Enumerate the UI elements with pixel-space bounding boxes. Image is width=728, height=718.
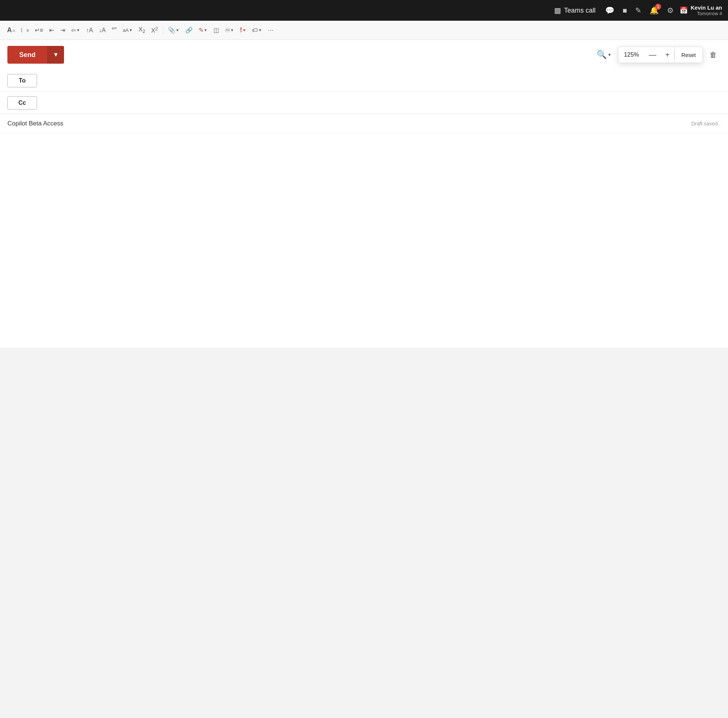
zoom-minus-button[interactable]: — xyxy=(644,47,661,63)
attach-btn[interactable]: 📎 ▼ xyxy=(165,24,182,37)
zoom-caret: ▼ xyxy=(607,52,612,57)
zoom-minus-icon: — xyxy=(649,51,656,59)
numbered-list-icon: ↵≡ xyxy=(35,27,43,34)
chat-icon-button[interactable]: 💬 xyxy=(603,4,617,17)
zoom-reset-button[interactable]: Reset xyxy=(674,47,702,63)
teams-call-button[interactable]: ▩ Teams call xyxy=(551,5,599,16)
table-icon: ◫ xyxy=(213,27,219,34)
word-icon: ■ xyxy=(622,6,627,15)
sort-asc-icon: ↑A xyxy=(86,27,93,34)
subscript-icon: X2 xyxy=(139,26,145,34)
zoom-popup: 125% — + Reset xyxy=(618,47,703,63)
cc-field-row: Cc xyxy=(0,92,728,114)
align-btn[interactable]: ⇦ ▼ xyxy=(69,24,83,37)
subject-row: Copilot Beta Access Draft saved . xyxy=(0,114,728,133)
trash-icon: 🗑 xyxy=(710,51,717,59)
zoom-plus-icon: + xyxy=(665,51,670,59)
whiteboard-icon: ✎ xyxy=(635,6,641,15)
user-info[interactable]: 📅 Kevin Lu an Tomorrow 4 xyxy=(679,5,722,16)
to-input[interactable] xyxy=(43,77,720,84)
highlight-icon: ✎ xyxy=(199,27,203,34)
align-icon: ⇦ xyxy=(71,27,76,34)
gear-icon: ⚙ xyxy=(667,6,674,15)
highlight-caret: ▼ xyxy=(204,28,208,32)
to-field-row: To xyxy=(0,70,728,92)
align-caret: ▼ xyxy=(76,28,80,32)
importance-btn[interactable]: ! ▼ xyxy=(237,24,249,37)
word-icon-button[interactable]: ■ xyxy=(620,4,629,17)
compose-body[interactable] xyxy=(0,133,728,348)
loop-icon: ♾ xyxy=(225,27,230,34)
to-label: To xyxy=(8,74,37,87)
send-bar: Send ▼ 🔍 ▼ 125% — + Reset xyxy=(0,40,728,70)
toolbar-divider-1 xyxy=(163,26,163,35)
tags-icon: 🏷 xyxy=(252,27,258,34)
formatting-toolbar: Aa ⁞​ ≡ ↵≡ ⇤ ⇥ ⇦ ▼ ↑A ↓A “” aA ▼ X2 X2 📎… xyxy=(0,21,728,40)
teams-call-label: Teams call xyxy=(564,7,596,14)
delete-button[interactable]: 🗑 xyxy=(706,49,720,61)
quote-btn[interactable]: “” xyxy=(109,24,119,37)
format-styles-btn[interactable]: Aa xyxy=(5,24,17,37)
zoom-button[interactable]: 🔍 ▼ xyxy=(593,48,615,62)
top-bar: ▩ Teams call 💬 ■ ✎ 🔔 1 ⚙ 📅 Kevin Lu an xyxy=(0,0,728,21)
table-btn[interactable]: ◫ xyxy=(211,24,222,37)
importance-caret: ▼ xyxy=(242,28,246,32)
highlight-btn[interactable]: ✎ ▼ xyxy=(196,24,210,37)
sort-desc-btn[interactable]: ↓A xyxy=(96,24,109,37)
decrease-indent-btn[interactable]: ⇤ xyxy=(46,24,57,37)
user-name: Kevin Lu an xyxy=(691,5,722,11)
quote-icon: “” xyxy=(112,26,116,34)
settings-button[interactable]: ⚙ xyxy=(665,4,676,17)
font-size-caret: ▼ xyxy=(129,28,133,32)
loop-btn[interactable]: ♾ ▼ xyxy=(222,24,237,37)
loop-caret: ▼ xyxy=(231,28,234,32)
subject-text: Copilot Beta Access xyxy=(8,120,63,127)
subscript-btn[interactable]: X2 xyxy=(136,24,148,37)
decrease-indent-icon: ⇤ xyxy=(49,27,54,34)
more-options-icon: ⋯ xyxy=(268,27,274,34)
attach-icon: 📎 xyxy=(168,27,175,34)
tags-btn[interactable]: 🏷 ▼ xyxy=(249,24,265,37)
video-camera-icon: ▩ xyxy=(554,6,561,15)
cc-input[interactable] xyxy=(43,100,720,106)
send-right-actions: 🔍 ▼ 125% — + Reset 🗑 xyxy=(593,47,720,63)
increase-indent-btn[interactable]: ⇥ xyxy=(57,24,68,37)
tags-caret: ▼ xyxy=(258,28,262,32)
superscript-icon: X2 xyxy=(151,26,158,34)
compose-area: Send ▼ 🔍 ▼ 125% — + Reset xyxy=(0,40,728,348)
notification-button[interactable]: 🔔 1 xyxy=(647,4,661,17)
top-bar-right: ▩ Teams call 💬 ■ ✎ 🔔 1 ⚙ 📅 Kevin Lu an xyxy=(551,4,722,17)
link-btn[interactable]: 🔗 xyxy=(183,24,195,37)
whiteboard-icon-button[interactable]: ✎ xyxy=(633,4,644,17)
user-time: Tomorrow 4 xyxy=(691,11,722,16)
sort-desc-icon: ↓A xyxy=(99,27,106,34)
font-size-btn[interactable]: aA ▼ xyxy=(120,24,135,37)
send-dropdown-button[interactable]: ▼ xyxy=(47,46,64,64)
sort-asc-btn[interactable]: ↑A xyxy=(83,24,95,37)
send-button[interactable]: Send xyxy=(8,46,47,64)
user-details: Kevin Lu an Tomorrow 4 xyxy=(691,5,722,16)
format-styles-icon: A xyxy=(7,26,12,34)
numbered-list-btn[interactable]: ↵≡ xyxy=(32,24,46,37)
zoom-percentage: 125% xyxy=(618,51,644,58)
link-icon: 🔗 xyxy=(185,27,193,34)
send-button-group: Send ▼ xyxy=(8,46,64,64)
importance-icon: ! xyxy=(240,26,242,34)
zoom-icon: 🔍 xyxy=(596,50,607,60)
bullets-btn[interactable]: ⁞​ ≡ xyxy=(18,24,31,37)
draft-saved-text: Draft saved . xyxy=(691,121,720,127)
superscript-btn[interactable]: X2 xyxy=(149,24,161,37)
increase-indent-icon: ⇥ xyxy=(60,27,65,34)
font-size-icon: aA xyxy=(123,28,129,33)
chat-icon: 💬 xyxy=(605,6,615,15)
calendar-icon: 📅 xyxy=(679,6,688,14)
cc-label: Cc xyxy=(8,96,37,110)
notification-badge: 1 xyxy=(655,4,661,10)
zoom-plus-button[interactable]: + xyxy=(661,47,674,63)
send-dropdown-icon: ▼ xyxy=(53,51,59,58)
bullets-icon: ⁞​ xyxy=(21,27,26,34)
more-options-btn[interactable]: ⋯ xyxy=(265,24,276,37)
attach-caret: ▼ xyxy=(176,28,179,32)
compose-footer xyxy=(0,348,728,585)
